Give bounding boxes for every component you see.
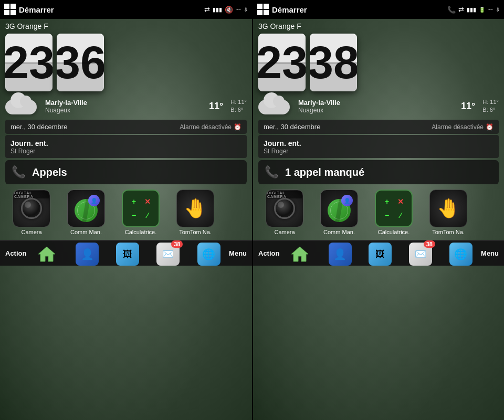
vibrate-icon: 〰 [236, 7, 241, 13]
cloud-icon-left [5, 96, 42, 117]
app-comm-right[interactable]: 👤 Comm Man. [313, 190, 365, 237]
calc-label-right: Calculatrice. [378, 229, 410, 235]
tomtom-icon-right: 🤚 [429, 190, 467, 227]
gallery-icon-left: 🖼 [116, 243, 139, 266]
calls-label-left: Appels [32, 166, 67, 178]
alarm-right: Alarme désactivée ⏰ [432, 123, 494, 131]
alarm-icon-left: ⏰ [234, 123, 242, 131]
calc-icon-right: + ✕ − ∕ [375, 190, 413, 227]
svg-marker-1 [291, 247, 308, 261]
comm-icon-left: 👤 [67, 190, 105, 227]
contacts-icon-right: 👤 [329, 243, 352, 266]
right-screen: Démarrer 📞 ⇄ ▮▮▮ 🔋 〰 ⇩ 3G Orange F 23 38… [252, 0, 504, 420]
taskbar-gallery-left[interactable]: 🖼 [108, 243, 148, 266]
signal-icon-right: ▮▮▮ [467, 6, 476, 13]
app-tomtom-right[interactable]: 🤚 TomTom Na. [422, 190, 475, 237]
camera-label-right: Camera [274, 229, 295, 235]
left-screen: Démarrer ⇄ ▮▮▮ 🔇 〰 ⇩ 3G Orange F 23 36 M… [0, 0, 252, 420]
sync-icon: ⇄ [204, 6, 210, 14]
clock-minute-left: 36 [57, 34, 104, 91]
app-icons-left: DIGITAL CAMERA Camera 👤 Comm Man. [0, 186, 252, 240]
status-icons-left: ⇄ ▮▮▮ 🔇 〰 ⇩ [204, 6, 248, 14]
event-left: Journ. ent. [10, 139, 242, 148]
weather-location-left: Marly-la-Ville [45, 99, 206, 107]
comm-icon-right: 👤 [320, 190, 358, 227]
ie-icon-left: 🌐 [197, 243, 220, 266]
taskbar-left: Action 👤 🖼 ✉️ 38 [0, 240, 252, 266]
app-icons-right: DIGITAL CAMERA Camera 👤 Comm Man. [253, 186, 504, 240]
app-camera-right[interactable]: DIGITAL CAMERA Camera [258, 190, 311, 237]
taskbar-ie-left[interactable]: 🌐 [188, 243, 229, 266]
data-icon: ⇩ [244, 7, 248, 13]
calc-icon-left: + ✕ − ∕ [122, 190, 160, 227]
action-label-left[interactable]: Action [5, 249, 26, 259]
calls-label-right: 1 appel manqué [285, 166, 364, 178]
weather-info-right: Marly-la-Ville Nuageux [298, 99, 458, 114]
carrier-right: 3G Orange F [253, 19, 504, 34]
taskbar-gallery-right[interactable]: 🖼 [360, 243, 401, 266]
home-icon-right [288, 243, 311, 266]
start-label-right: Démarrer [272, 5, 307, 14]
weather-temp-left: 11° [209, 101, 223, 112]
weather-temp-right: 11° [461, 101, 475, 112]
mail-badge-right: 38 [424, 240, 435, 248]
start-button-right[interactable]: Démarrer [257, 4, 307, 15]
status-bar-left: Démarrer ⇄ ▮▮▮ 🔇 〰 ⇩ [0, 0, 252, 19]
clock-minute-right: 38 [310, 34, 357, 91]
camera-icon-left: DIGITAL CAMERA [13, 190, 50, 227]
volume-icon: 🔇 [225, 6, 233, 14]
call-icon-right: 📞 [265, 165, 279, 179]
call-icon-left: 📞 [12, 165, 26, 179]
status-icons-right: 📞 ⇄ ▮▮▮ 🔋 〰 ⇩ [447, 6, 500, 14]
clock-widget-left[interactable]: 23 36 [0, 34, 252, 91]
taskbar-contacts-right[interactable]: 👤 [320, 243, 360, 266]
weather-condition-left: Nuageux [45, 107, 206, 114]
signal-icon: ▮▮▮ [213, 6, 222, 13]
menu-label-right[interactable]: Menu [481, 249, 499, 259]
taskbar-home-right[interactable] [279, 243, 320, 266]
tomtom-icon-left: 🤚 [176, 190, 214, 227]
taskbar-mail-right[interactable]: ✉️ 38 [401, 243, 441, 266]
app-camera-left[interactable]: DIGITAL CAMERA Camera [5, 190, 58, 237]
app-calc-right[interactable]: + ✕ − ∕ Calculatrice. [368, 190, 420, 237]
app-calc-left[interactable]: + ✕ − ∕ Calculatrice. [114, 190, 167, 237]
status-bar-right: Démarrer 📞 ⇄ ▮▮▮ 🔋 〰 ⇩ [253, 0, 504, 19]
taskbar-right: Action 👤 🖼 ✉️ 38 [253, 240, 504, 266]
weather-hi-lo-left: H: 11° B: 6° [230, 98, 247, 114]
windows-logo-left [4, 4, 16, 15]
date-left: mer., 30 décembre [10, 123, 67, 131]
action-label-right[interactable]: Action [258, 249, 279, 259]
weather-left[interactable]: Marly-la-Ville Nuageux 11° H: 11° B: 6° [0, 96, 252, 117]
taskbar-contacts-left[interactable]: 👤 [67, 243, 108, 266]
calls-widget-left[interactable]: 📞 Appels [5, 160, 247, 184]
home-icon-left [35, 243, 58, 266]
clock-hour-left: 23 [5, 34, 52, 91]
weather-location-right: Marly-la-Ville [298, 99, 458, 107]
taskbar-mail-left[interactable]: ✉️ 38 [148, 243, 188, 266]
menu-label-left[interactable]: Menu [229, 249, 247, 259]
start-label-left: Démarrer [19, 5, 54, 14]
mail-icon-right: ✉️ 38 [409, 243, 432, 266]
comm-label-right: Comm Man. [323, 229, 355, 235]
calls-widget-right[interactable]: 📞 1 appel manqué [258, 160, 499, 184]
windows-logo-right [257, 4, 269, 15]
taskbar-home-left[interactable] [26, 243, 67, 266]
event-sub-right: St Roger [264, 148, 494, 155]
mail-icon-left: ✉️ 38 [156, 243, 180, 266]
weather-hi-lo-right: H: 11° B: 6° [482, 98, 499, 114]
phone-icon-right: 📞 [447, 6, 456, 14]
clock-widget-right[interactable]: 23 38 [253, 34, 504, 91]
vibrate-icon-right: 〰 [488, 7, 493, 13]
weather-condition-right: Nuageux [298, 107, 458, 114]
app-tomtom-left[interactable]: 🤚 TomTom Na. [169, 190, 222, 237]
camera-icon-right: DIGITAL CAMERA [266, 190, 303, 227]
event-card-right: Journ. ent. St Roger [258, 135, 499, 158]
ie-icon-right: 🌐 [449, 243, 472, 266]
weather-right[interactable]: Marly-la-Ville Nuageux 11° H: 11° B: 6° [253, 96, 504, 117]
taskbar-ie-right[interactable]: 🌐 [440, 243, 481, 266]
app-comm-left[interactable]: 👤 Comm Man. [60, 190, 112, 237]
alarm-left: Alarme désactivée ⏰ [180, 123, 242, 131]
sync-icon-right: ⇄ [458, 6, 464, 14]
start-button-left[interactable]: Démarrer [4, 4, 54, 15]
event-card-left: Journ. ent. St Roger [5, 135, 247, 158]
